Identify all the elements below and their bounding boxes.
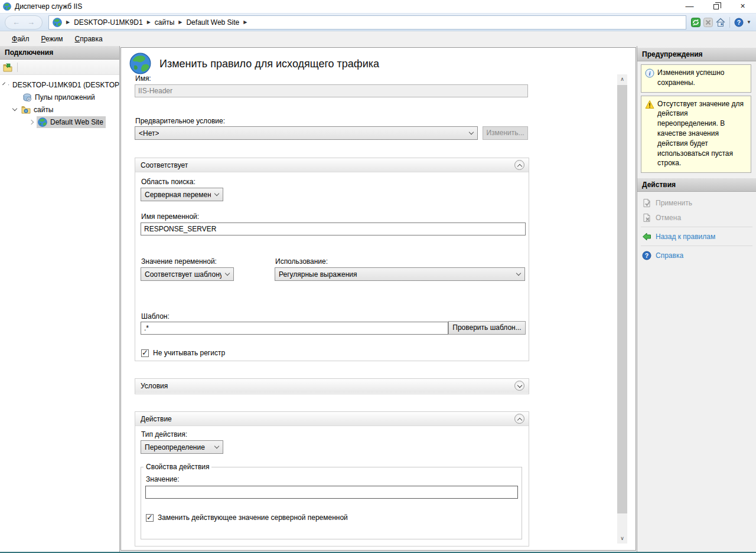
iis-manager-window: Диспетчер служб IIS — × ← → ▶ DESKTOP-U1… xyxy=(0,0,756,553)
back-arrow-icon xyxy=(642,232,651,241)
actions-panel: Предупреждения Изменения успешно сохране… xyxy=(637,46,756,552)
expander-closed-icon[interactable] xyxy=(29,119,34,124)
tree-item-sites[interactable]: сайты xyxy=(0,103,119,116)
menu-bar: Файл Режим Справка xyxy=(0,31,756,46)
using-label: Использование: xyxy=(275,257,328,266)
site-globe-icon xyxy=(38,117,47,127)
scroll-up-icon[interactable]: ∧ xyxy=(617,74,627,84)
breadcrumb[interactable]: ▶ DESKTOP-U1MK9D1 ▶ сайты ▶ Default Web … xyxy=(48,15,686,30)
chevron-down-icon xyxy=(214,444,219,449)
ignore-case-label: Не учитывать регистр xyxy=(153,349,225,357)
home-icon[interactable] xyxy=(716,18,725,27)
address-bar: ← → ▶ DESKTOP-U1MK9D1 ▶ сайты ▶ Default … xyxy=(0,13,756,31)
title-bar: Диспетчер служб IIS — × xyxy=(0,0,756,13)
menu-view[interactable]: Режим xyxy=(35,33,69,45)
connections-toolbar xyxy=(0,60,119,75)
tree-item-label: Пулы приложений xyxy=(35,93,95,102)
chevron-down-icon xyxy=(214,191,219,196)
test-pattern-button[interactable]: Проверить шаблон... xyxy=(448,321,526,335)
action-section: Действие Тип действия: Переопределение С… xyxy=(135,411,529,547)
chevron-down-icon xyxy=(225,271,230,276)
minimize-button[interactable]: — xyxy=(676,0,703,13)
scrollbar-thumb[interactable] xyxy=(617,85,627,513)
warning-alert: Отсутствует значение для действия переоп… xyxy=(641,96,751,174)
breadcrumb-item-default-web-site[interactable]: Default Web Site xyxy=(186,18,239,27)
ignore-case-row[interactable]: Не учитывать регистр xyxy=(141,349,225,357)
selected-tree-item[interactable]: Default Web Site xyxy=(37,116,106,128)
variable-value-select[interactable]: Соответствует шаблону xyxy=(141,267,234,281)
refresh-icon[interactable] xyxy=(691,18,700,27)
collapse-icon[interactable] xyxy=(514,160,524,170)
alerts-header: Предупреждения xyxy=(637,48,756,61)
breadcrumb-separator-icon: ▶ xyxy=(178,19,182,25)
name-field xyxy=(135,84,528,97)
variable-name-label: Имя переменной: xyxy=(141,212,199,221)
match-section-header[interactable]: Соответствует xyxy=(135,158,529,172)
conditions-section: Условия xyxy=(135,378,529,394)
scope-label: Область поиска: xyxy=(141,178,195,186)
action-properties-group: Свойства действия Значение: Заменить дей… xyxy=(141,463,522,539)
scope-select[interactable]: Серверная переменн xyxy=(141,188,223,201)
action-section-header[interactable]: Действие xyxy=(135,412,529,426)
precondition-select[interactable]: <Нет> xyxy=(135,126,478,140)
actions-divider xyxy=(641,227,752,227)
help-icon xyxy=(642,251,651,260)
restore-button[interactable] xyxy=(703,0,729,13)
name-label: Имя: xyxy=(135,74,151,83)
help-dropdown-icon[interactable]: ▼ xyxy=(747,19,751,25)
forward-nav-icon[interactable]: → xyxy=(27,18,35,26)
apply-icon xyxy=(642,198,651,208)
vertical-scrollbar[interactable]: ∧ ∨ xyxy=(617,74,627,544)
menu-help[interactable]: Справка xyxy=(69,33,109,45)
back-nav-icon[interactable]: ← xyxy=(12,18,20,26)
collapse-icon[interactable] xyxy=(514,414,524,424)
breadcrumb-item-sites[interactable]: сайты xyxy=(155,18,175,27)
pattern-field[interactable] xyxy=(141,322,448,335)
value-field[interactable] xyxy=(145,486,518,499)
save-connection-folder-icon[interactable] xyxy=(3,63,12,72)
page-title: Изменить правило для исходящего трафика xyxy=(159,58,379,70)
precondition-label: Предварительное условие: xyxy=(135,117,225,125)
tree-item-server[interactable]: DESKTOP-U1MK9D1 (DESKTOP xyxy=(0,78,119,91)
server-icon xyxy=(8,80,9,90)
breadcrumb-separator-icon: ▶ xyxy=(66,19,70,25)
replace-value-checkbox[interactable] xyxy=(146,514,154,522)
using-select[interactable]: Регулярные выражения xyxy=(275,267,525,281)
action-type-label: Тип действия: xyxy=(141,430,187,439)
conditions-section-header[interactable]: Условия xyxy=(135,379,529,393)
tree-item-label: DESKTOP-U1MK9D1 (DESKTOP xyxy=(12,81,119,89)
breadcrumb-item-server[interactable]: DESKTOP-U1MK9D1 xyxy=(74,18,142,27)
page-globe-icon xyxy=(129,53,151,74)
help-action[interactable]: Справка xyxy=(637,248,756,263)
application-pools-icon xyxy=(22,93,32,102)
connections-tree: DESKTOP-U1MK9D1 (DESKTOP Пулы приложений… xyxy=(0,75,119,128)
stop-icon xyxy=(703,18,713,27)
cancel-icon xyxy=(642,213,651,222)
info-icon xyxy=(645,68,654,78)
globe-icon xyxy=(53,18,62,27)
back-to-rules-action[interactable]: Назад к правилам xyxy=(637,229,756,244)
expand-icon[interactable] xyxy=(514,381,524,391)
tree-item-app-pools[interactable]: Пулы приложений xyxy=(0,91,119,103)
window-title: Диспетчер служб IIS xyxy=(15,2,82,11)
variable-value-label: Значение переменной: xyxy=(141,257,217,266)
cancel-action: Отмена xyxy=(637,210,756,225)
replace-value-label: Заменить действующее значение серверной … xyxy=(158,513,348,522)
match-section: Соответствует Область поиска: Серверная … xyxy=(135,158,529,361)
expander-open-icon[interactable] xyxy=(2,82,5,85)
breadcrumb-separator-icon: ▶ xyxy=(147,19,151,25)
action-type-select[interactable]: Переопределение xyxy=(141,440,223,454)
ignore-case-checkbox[interactable] xyxy=(141,349,149,357)
action-properties-legend: Свойства действия xyxy=(144,463,211,471)
replace-value-row[interactable]: Заменить действующее значение серверной … xyxy=(146,513,348,522)
variable-name-field[interactable] xyxy=(141,222,526,235)
connections-header: Подключения xyxy=(0,46,119,60)
tree-item-default-web-site[interactable]: Default Web Site xyxy=(0,116,119,128)
help-icon[interactable] xyxy=(734,18,744,27)
restore-icon xyxy=(713,4,719,9)
close-button[interactable]: × xyxy=(729,0,756,13)
chevron-down-icon xyxy=(469,130,474,135)
menu-file[interactable]: Файл xyxy=(6,33,35,45)
scroll-down-icon[interactable]: ∨ xyxy=(617,534,627,544)
expander-open-icon[interactable] xyxy=(12,106,17,111)
